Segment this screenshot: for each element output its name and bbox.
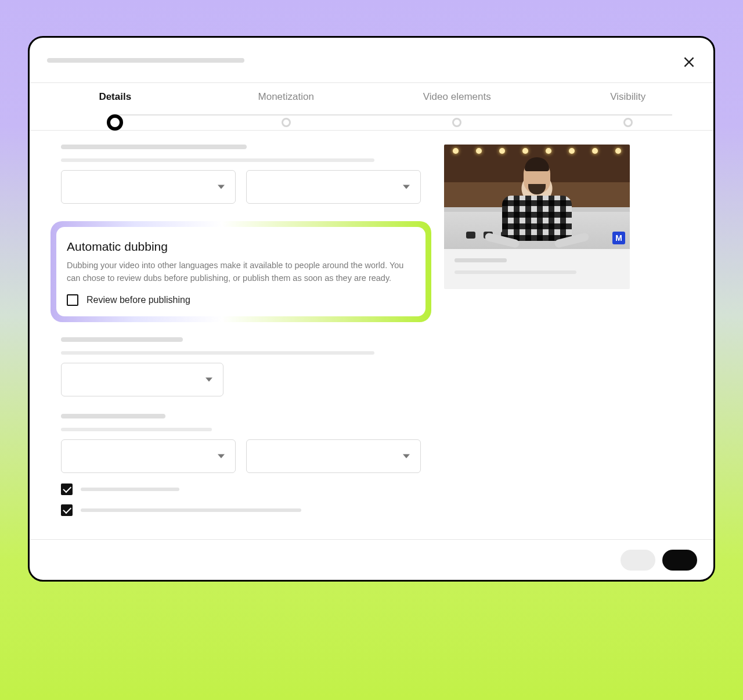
next-button[interactable] (662, 550, 697, 571)
review-before-publishing-label: Review before publishing (86, 295, 190, 305)
thumbnail-badge: M (612, 232, 625, 244)
form-left-column: Automatic dubbing Dubbing your video int… (61, 145, 421, 539)
modal-footer (30, 539, 713, 580)
video-thumbnail[interactable]: M (444, 145, 630, 249)
dropdown-field[interactable] (61, 363, 223, 396)
dropdown-field[interactable] (61, 439, 236, 473)
video-preview-card: M (444, 145, 630, 289)
stepper-track (111, 114, 672, 116)
close-button[interactable] (679, 52, 699, 73)
chevron-down-icon (218, 185, 225, 189)
stepper: Details Monetization Video elements Visi… (30, 83, 713, 131)
dropdown-field[interactable] (61, 170, 236, 204)
section-placeholder-2 (61, 337, 421, 396)
option-checkbox-row[interactable] (61, 504, 421, 516)
review-before-publishing-row[interactable]: Review before publishing (67, 294, 415, 306)
dropdown-field[interactable] (246, 439, 421, 473)
section-title-placeholder (61, 337, 183, 342)
section-subtitle-placeholder (61, 158, 374, 162)
option-checkbox[interactable] (61, 504, 73, 516)
preview-meta-placeholder (455, 270, 576, 274)
upload-modal: Details Monetization Video elements Visi… (28, 36, 715, 582)
chevron-down-icon (218, 454, 225, 458)
section-title-placeholder (61, 145, 247, 149)
step-visibility[interactable]: Visibility (543, 91, 714, 103)
step-node (623, 118, 633, 127)
option-label-placeholder (81, 488, 179, 491)
dropdown-field[interactable] (246, 170, 421, 204)
dubbing-title: Automatic dubbing (67, 240, 415, 254)
section-subtitle-placeholder (61, 428, 212, 431)
chevron-down-icon (403, 454, 410, 458)
dubbing-description: Dubbing your video into other languages … (67, 259, 415, 285)
thumbnail-person (496, 161, 578, 248)
section-placeholder-1 (61, 145, 421, 204)
option-label-placeholder (81, 508, 301, 512)
chevron-down-icon (403, 185, 410, 189)
step-label: Monetization (258, 91, 314, 102)
option-checkbox[interactable] (61, 483, 73, 495)
automatic-dubbing-highlight: Automatic dubbing Dubbing your video int… (51, 221, 431, 322)
preview-meta-placeholder (455, 258, 507, 262)
section-subtitle-placeholder (61, 351, 374, 355)
modal-header (30, 38, 713, 83)
automatic-dubbing-card: Automatic dubbing Dubbing your video int… (56, 227, 425, 316)
step-label: Video elements (423, 91, 491, 102)
step-monetization[interactable]: Monetization (201, 91, 372, 103)
step-video-elements[interactable]: Video elements (372, 91, 543, 103)
section-placeholder-3 (61, 414, 421, 516)
review-before-publishing-checkbox[interactable] (67, 294, 78, 306)
option-checkbox-row[interactable] (61, 483, 421, 495)
modal-title-placeholder (47, 58, 244, 63)
section-title-placeholder (61, 414, 165, 418)
step-details[interactable]: Details (30, 91, 201, 103)
preview-meta (444, 249, 630, 289)
step-label: Visibility (610, 91, 645, 102)
back-button[interactable] (621, 550, 655, 571)
preview-column: M (444, 145, 630, 539)
chevron-down-icon (205, 377, 212, 381)
modal-body: Automatic dubbing Dubbing your video int… (30, 131, 713, 539)
step-node (107, 114, 123, 131)
step-label: Details (99, 91, 131, 102)
step-node (452, 118, 461, 127)
close-icon (681, 55, 697, 70)
step-node (282, 118, 291, 127)
